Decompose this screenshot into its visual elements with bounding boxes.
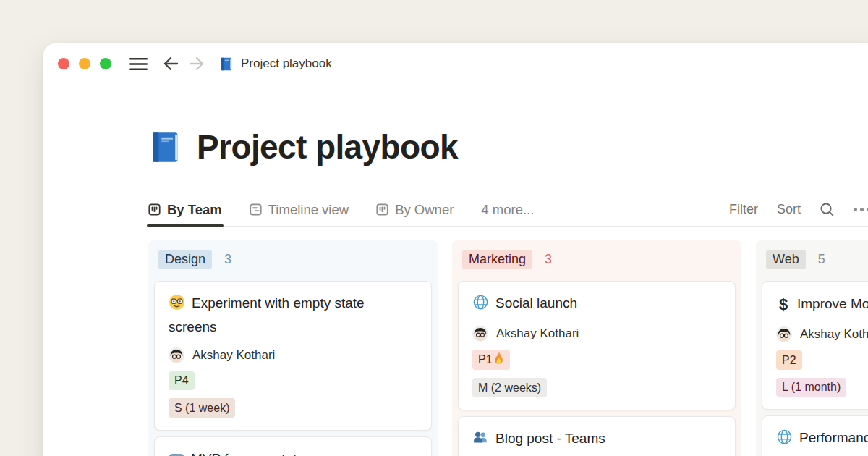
column-header[interactable]: Design 3 [154, 250, 432, 269]
tab-by-owner[interactable]: By Owner [376, 193, 454, 226]
kanban-board: Design 3 Experim [148, 240, 868, 456]
column-name-pill: Marketing [462, 250, 532, 269]
priority-tag: P2 [776, 350, 802, 370]
back-arrow-icon[interactable] [162, 56, 179, 72]
column-header[interactable]: Marketing 3 [458, 250, 736, 269]
tab-by-team[interactable]: By Team [148, 193, 222, 226]
menu-icon[interactable] [129, 57, 148, 71]
card-title: Experiment with empty state screens [169, 292, 417, 337]
busts-icon [472, 429, 489, 452]
card-owner: Akshay Kothari [472, 326, 721, 342]
size-tag: M (2 weeks) [472, 378, 547, 397]
card-owner: Akshay Kothari [776, 326, 868, 342]
column-marketing: Marketing 3 Social launch [452, 240, 741, 456]
board-view-icon [376, 203, 388, 216]
owner-name: Akshay Kothari [496, 326, 579, 341]
page-background: { "titlebar": { "doc_title": "Project pl… [0, 0, 868, 456]
tab-label: By Owner [395, 202, 454, 218]
window-titlebar: Project playbook [43, 43, 868, 84]
tab-label: Timeline view [268, 202, 349, 218]
blue-book-icon [148, 130, 182, 164]
timeline-view-icon [250, 203, 262, 216]
column-header[interactable]: Web 5 [762, 250, 868, 269]
filter-button[interactable]: Filter [729, 202, 758, 217]
card-title: Blog post - Teams [472, 428, 721, 452]
globe-icon [472, 294, 489, 316]
search-icon[interactable] [820, 202, 835, 217]
more-options-icon[interactable] [854, 208, 868, 211]
owner-name: Akshay Kothari [800, 327, 868, 342]
view-controls: Filter Sort [729, 193, 868, 226]
page-header: Project playbook [148, 127, 458, 166]
board-view-icon [148, 203, 161, 216]
page-title: Project playbook [197, 127, 458, 166]
tab-timeline-view[interactable]: Timeline view [250, 193, 349, 226]
priority-tag: P4 [169, 371, 195, 391]
sort-button[interactable]: Sort [777, 202, 801, 217]
tab-label: 4 more... [481, 202, 534, 218]
size-tag: S (1 week) [169, 398, 235, 418]
nerd-face-icon [169, 294, 185, 316]
kanban-card[interactable]: Performance optimization [762, 415, 868, 456]
card-title: 0MVP for zero state [169, 448, 417, 456]
avatar [776, 326, 792, 342]
size-tag: L (1 month) [776, 378, 846, 397]
column-count: 3 [545, 252, 552, 267]
column-name-pill: Design [158, 250, 212, 269]
dollar-sign-icon: $ [776, 292, 791, 317]
avatar [472, 326, 488, 342]
priority-tag: P1 [472, 350, 510, 370]
close-window-button[interactable] [58, 58, 69, 69]
kanban-card[interactable]: $Improve Mo Akshay Kothari [762, 281, 868, 410]
column-count: 3 [224, 252, 231, 267]
owner-name: Akshay Kothari [192, 348, 275, 363]
minimize-window-button[interactable] [79, 58, 90, 69]
column-design: Design 3 Experim [148, 240, 438, 456]
zoom-window-button[interactable] [100, 58, 111, 69]
breadcrumb-doc-title[interactable]: Project playbook [241, 56, 332, 71]
column-name-pill: Web [766, 250, 806, 269]
view-tabs-bar: By Team Timeline view [148, 193, 868, 227]
card-title: Social launch [472, 292, 721, 316]
kanban-card[interactable]: 0MVP for zero state [154, 436, 432, 456]
app-window: Project playbook Project playbook [43, 43, 868, 456]
column-count: 5 [818, 252, 825, 267]
kanban-card[interactable]: Blog post - Teams Eva Zhang [458, 416, 736, 456]
avatar [169, 347, 184, 363]
kanban-card[interactable]: Experiment with empty state screens [154, 281, 432, 430]
forward-arrow-icon[interactable] [188, 56, 205, 72]
card-owner: Akshay Kothari [169, 347, 417, 363]
kanban-card[interactable]: Social launch Akshay Kothari [458, 281, 736, 410]
blue-book-icon [218, 56, 234, 72]
fire-icon [493, 352, 504, 368]
globe-icon [776, 428, 793, 451]
tab-more-views[interactable]: 4 more... [481, 193, 534, 226]
card-title: Performance optimization [776, 427, 868, 456]
column-web: Web 5 $Improve Mo [756, 240, 868, 456]
tab-label: By Team [167, 202, 222, 218]
card-title: $Improve Mo [776, 292, 868, 317]
